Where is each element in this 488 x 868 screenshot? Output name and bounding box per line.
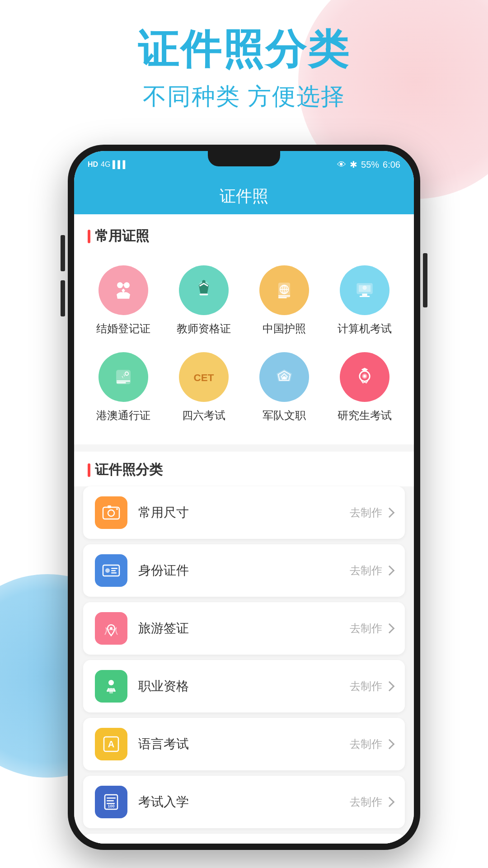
chevron-icon	[385, 508, 395, 518]
hkpass-icon-circle	[99, 352, 148, 402]
list-item[interactable]: 教师资格证	[164, 257, 244, 344]
hd-indicator: HD	[88, 160, 98, 169]
svg-rect-14	[362, 293, 367, 296]
travel-label: 旅游签证	[138, 620, 350, 637]
category-section-title: 证件照分类	[74, 452, 414, 486]
list-item[interactable]: 计算机考试	[324, 257, 405, 344]
notch	[208, 151, 280, 166]
svg-rect-15	[360, 296, 370, 297]
svg-point-36	[108, 680, 114, 685]
svg-rect-41	[107, 797, 116, 799]
phone-wrapper: HD 4G ▌▌▌ 👁 ✱ 55% 6:06 证件照	[68, 145, 420, 850]
language-icon-box: A	[95, 728, 127, 760]
graduate-icon-circle	[340, 352, 389, 402]
chevron-icon	[385, 681, 395, 692]
svg-rect-42	[107, 800, 114, 802]
signal-indicator: 4G ▌▌▌	[101, 160, 128, 169]
hero-section: 证件照分类 不同种类 方便选择	[0, 27, 488, 113]
computer-icon-circle	[340, 265, 389, 315]
military-label: 军队文职	[263, 408, 306, 423]
phone-screen: HD 4G ▌▌▌ 👁 ✱ 55% 6:06 证件照	[74, 151, 414, 844]
computer-label: 计算机考试	[338, 321, 392, 336]
svg-rect-4	[200, 293, 208, 295]
svg-point-27	[108, 510, 114, 516]
phone-outer: HD 4G ▌▌▌ 👁 ✱ 55% 6:06 证件照	[68, 145, 420, 850]
travel-icon	[101, 618, 121, 638]
wedding-icon-circle	[99, 265, 148, 315]
list-item[interactable]: 研究生考试	[324, 344, 405, 431]
passport-label: 中国护照	[263, 321, 306, 336]
passport-icon-circle	[259, 265, 309, 315]
exam-icon: 100	[101, 792, 121, 812]
language-icon: A	[101, 734, 121, 754]
list-item[interactable]: 港澳通行证	[83, 344, 164, 431]
bluetooth-icon: ✱	[350, 159, 357, 170]
camera-icon	[101, 503, 121, 523]
list-item[interactable]: 身份证件 去制作	[83, 544, 405, 597]
chevron-icon	[385, 623, 395, 634]
hero-title: 证件照分类	[0, 27, 488, 72]
svg-point-29	[116, 508, 118, 510]
language-label: 语言考试	[138, 736, 350, 753]
svg-rect-10	[278, 295, 290, 297]
teacher-icon-circle	[179, 265, 229, 315]
list-item[interactable]: A 语言考试 去制作	[83, 718, 405, 770]
list-item[interactable]: CET 四六考试	[164, 344, 244, 431]
battery-indicator: 55%	[361, 160, 379, 170]
svg-rect-34	[111, 572, 117, 574]
travel-icon-box	[95, 612, 127, 645]
list-item[interactable]: 军队文职	[244, 344, 324, 431]
svg-point-22	[282, 376, 286, 379]
career-icon	[101, 676, 121, 696]
list-item[interactable]: 公务员 去制作	[83, 834, 405, 844]
svg-rect-18	[117, 380, 130, 382]
id-icon-box	[95, 554, 127, 587]
list-item[interactable]: 100 考试入学 去制作	[83, 776, 405, 828]
wedding-icon	[111, 278, 136, 303]
list-item[interactable]: 职业资格 去制作	[83, 660, 405, 712]
graduate-icon	[352, 364, 377, 390]
military-icon	[272, 364, 297, 390]
volume-down-button	[61, 280, 65, 316]
svg-point-16	[362, 286, 366, 290]
hkpass-icon	[111, 364, 136, 390]
app-header: 证件照	[74, 178, 414, 214]
time-display: 6:06	[383, 160, 400, 170]
svg-text:100: 100	[108, 804, 114, 808]
list-item[interactable]: 常用尺寸 去制作	[83, 486, 405, 539]
app-title: 证件照	[220, 185, 268, 208]
cet-icon: CET	[191, 364, 216, 390]
wedding-label: 结婚登记证	[96, 321, 150, 336]
common-section: 常用证照	[74, 214, 414, 444]
language-action[interactable]: 去制作	[350, 737, 393, 751]
list-item[interactable]: 旅游签证 去制作	[83, 602, 405, 655]
volume-up-button	[61, 235, 65, 271]
passport-icon	[272, 278, 297, 303]
cet-label: 四六考试	[182, 408, 225, 423]
teacher-icon	[191, 278, 216, 303]
teacher-label: 教师资格证	[177, 321, 231, 336]
eye-icon: 👁	[337, 160, 346, 170]
id-icon	[101, 561, 121, 580]
svg-rect-32	[111, 568, 117, 569]
list-item[interactable]: 结婚登记证	[83, 257, 164, 344]
career-label: 职业资格	[138, 678, 350, 695]
career-action[interactable]: 去制作	[350, 679, 393, 693]
chevron-icon	[385, 566, 395, 576]
svg-rect-19	[117, 382, 126, 383]
exam-action[interactable]: 去制作	[350, 795, 393, 809]
svg-text:A: A	[108, 739, 114, 749]
size-action[interactable]: 去制作	[350, 505, 393, 520]
list-item[interactable]: 中国护照	[244, 257, 324, 344]
graduate-label: 研究生考试	[338, 408, 392, 423]
computer-icon	[352, 278, 377, 303]
svg-point-31	[105, 568, 110, 573]
travel-action[interactable]: 去制作	[350, 621, 393, 636]
cet-icon-circle: CET	[179, 352, 229, 402]
common-icons-grid: 结婚登记证	[74, 253, 414, 444]
camera-icon-box	[95, 496, 127, 529]
svg-point-25	[363, 375, 366, 377]
id-action[interactable]: 去制作	[350, 563, 393, 578]
svg-rect-33	[111, 570, 116, 571]
common-section-title: 常用证照	[74, 214, 414, 253]
